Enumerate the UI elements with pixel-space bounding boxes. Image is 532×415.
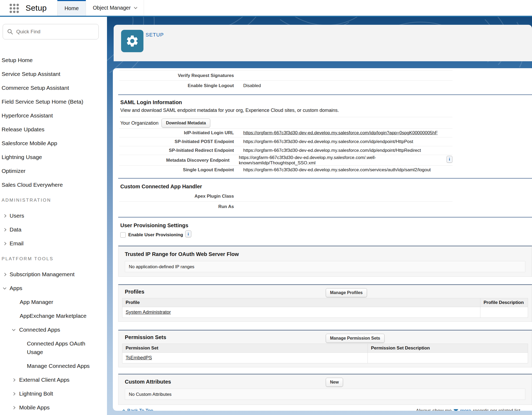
sidebar-item-subscription-management[interactable]: Subscription Management bbox=[0, 267, 107, 281]
field-label: Verify Request Signatures bbox=[119, 73, 234, 78]
manage-permission-sets-button[interactable]: Manage Permission Sets bbox=[326, 334, 385, 343]
apex-plugin-class-row: Apex Plugin Class bbox=[119, 191, 452, 201]
single-logout-endpoint-row: Single Logout Endpoint https://orgfarm-6… bbox=[119, 165, 452, 174]
enable-user-provisioning-checkbox[interactable] bbox=[120, 232, 126, 238]
custom-attributes-empty-message: No Custom Attributes bbox=[125, 389, 525, 400]
sp-initiated-post-endpoint-row: SP-Initiated POST Endpoint https://orgfa… bbox=[119, 137, 452, 146]
field-label: Run As bbox=[119, 204, 234, 209]
sidebar-item-manage-connected-apps[interactable]: Manage Connected Apps bbox=[0, 359, 107, 373]
search-input[interactable] bbox=[16, 29, 91, 35]
sso-settings-rows: Verify Request Signatures Enable Single … bbox=[113, 70, 532, 91]
sidebar-item-optimizer[interactable]: Optimizer bbox=[0, 164, 107, 178]
tab-object-manager-label: Object Manager bbox=[93, 5, 131, 11]
sidebar-item-email[interactable]: Email bbox=[0, 237, 107, 250]
sidebar-item-release-updates[interactable]: Release Updates bbox=[0, 123, 107, 136]
saml-login-info-description: View and download SAML endpoint metadata… bbox=[120, 108, 532, 113]
custom-attributes-card: Custom Attributes New No Custom Attribut… bbox=[118, 374, 532, 405]
enable-user-provisioning-row: Enable User Provisioning i bbox=[120, 232, 532, 238]
global-header: Setup Home Object Manager bbox=[0, 0, 532, 16]
your-organization-row: Your Organization Download Metadata bbox=[120, 118, 532, 128]
chevron-right-icon bbox=[3, 214, 6, 218]
permission-sets-heading: Permission Sets bbox=[118, 331, 532, 340]
download-metadata-button[interactable]: Download Metadata bbox=[162, 119, 210, 128]
table-row: System Administrator bbox=[122, 307, 528, 318]
field-value: https://orgfarm-667c3f3d30-dev-ed.develo… bbox=[243, 167, 431, 173]
field-value: Disabled bbox=[243, 83, 261, 88]
manage-profiles-button[interactable]: Manage Profiles bbox=[326, 288, 367, 297]
chevron-right-icon bbox=[12, 392, 15, 396]
dropdown-triangle-icon[interactable] bbox=[453, 409, 458, 411]
sidebar-item-lightning-usage[interactable]: Lightning Usage bbox=[0, 150, 107, 164]
sidebar-item-commerce-setup-assistant[interactable]: Commerce Setup Assistant bbox=[0, 81, 107, 95]
back-to-top[interactable]: Back To Top bbox=[122, 408, 153, 411]
sidebar-item-lightning-bolt[interactable]: Lightning Bolt bbox=[0, 387, 107, 401]
sidebar-item-salesforce-mobile-app[interactable]: Salesforce Mobile App bbox=[0, 136, 107, 150]
field-label: IdP-Initiated Login URL bbox=[119, 130, 234, 136]
info-icon[interactable]: i bbox=[185, 230, 191, 237]
sidebar-item-setup-home[interactable]: Setup Home bbox=[0, 53, 107, 67]
profile-description-cell bbox=[480, 307, 528, 318]
field-label: SP-Initiated POST Endpoint bbox=[119, 139, 234, 144]
more-records-link[interactable]: more bbox=[460, 408, 471, 411]
field-label: Metadata Discovery Endpoint bbox=[119, 158, 229, 163]
idp-login-url-link[interactable]: https://orgfarm-667c3f3d30-dev-ed.develo… bbox=[243, 130, 438, 136]
chevron-right-icon bbox=[12, 406, 15, 409]
permission-set-link[interactable]: TsEmbedPS bbox=[126, 355, 152, 360]
verify-request-signatures-row: Verify Request Signatures bbox=[119, 70, 452, 80]
permission-sets-card: Permission Sets Manage Permission Sets P… bbox=[118, 330, 532, 367]
sidebar-item-external-client-apps[interactable]: External Client Apps bbox=[0, 373, 107, 387]
profile-link[interactable]: System Administrator bbox=[126, 310, 171, 315]
sidebar-item-appexchange-marketplace[interactable]: AppExchange Marketplace bbox=[0, 309, 107, 323]
sidebar-item-mobile-apps[interactable]: Mobile Apps bbox=[0, 401, 107, 414]
search-icon bbox=[7, 29, 13, 35]
trusted-ip-empty-message: No application-defined IP ranges bbox=[125, 261, 525, 272]
section-divider bbox=[118, 94, 532, 95]
setup-nav: Setup Home Service Setup Assistant Comme… bbox=[0, 53, 107, 414]
setup-sidebar: Setup Home Service Setup Assistant Comme… bbox=[0, 17, 107, 415]
metadata-discovery-endpoint-row: Metadata Discovery Endpoint https://orgf… bbox=[119, 155, 452, 165]
field-value: https://orgfarm-667c3f3d30-dev-ed.develo… bbox=[243, 139, 413, 144]
setup-gear-icon bbox=[121, 30, 143, 52]
sidebar-item-users[interactable]: Users bbox=[0, 209, 107, 223]
quick-find bbox=[3, 24, 99, 39]
always-show-me-text: Always show me bbox=[416, 408, 452, 411]
sidebar-item-apps[interactable]: Apps bbox=[0, 281, 107, 295]
app-launcher-icon[interactable] bbox=[10, 4, 19, 13]
sp-initiated-redirect-endpoint-row: SP-Initiated Redirect Endpoint https://o… bbox=[119, 146, 452, 155]
chevron-up-icon bbox=[122, 409, 126, 411]
sidebar-item-hyperforce-assistant[interactable]: Hyperforce Assistant bbox=[0, 109, 107, 123]
profiles-heading: Profiles bbox=[118, 285, 532, 295]
table-header-row: Profile Profile Description bbox=[122, 298, 528, 307]
table-row: TsEmbedPS bbox=[122, 353, 528, 363]
setup-header-card: SETUP bbox=[114, 25, 532, 61]
row-divider bbox=[119, 117, 452, 117]
permission-set-description-column-header: Permission Set Description bbox=[368, 344, 528, 353]
sidebar-item-app-manager[interactable]: App Manager bbox=[0, 295, 107, 309]
sidebar-item-service-setup-assistant[interactable]: Service Setup Assistant bbox=[0, 67, 107, 81]
saml-endpoint-rows: IdP-Initiated Login URL https://orgfarm-… bbox=[113, 128, 532, 174]
tab-home[interactable]: Home bbox=[57, 0, 86, 16]
profiles-table: Profile Profile Description System Admin… bbox=[122, 298, 528, 318]
chevron-right-icon bbox=[3, 273, 6, 276]
field-label: Enable Single Logout bbox=[119, 83, 234, 88]
permission-set-description-cell bbox=[368, 353, 528, 363]
setup-detail-panel: Verify Request Signatures Enable Single … bbox=[113, 68, 532, 411]
section-divider bbox=[118, 217, 532, 218]
tab-home-label: Home bbox=[64, 5, 79, 11]
panel-footer: Back To Top Always show me more records … bbox=[122, 408, 520, 411]
new-custom-attribute-button[interactable]: New bbox=[326, 378, 343, 387]
sidebar-section-administration: ADMINISTRATION bbox=[0, 192, 107, 207]
back-to-top-link[interactable]: Back To Top bbox=[127, 408, 153, 411]
sidebar-item-connected-apps-oauth-usage[interactable]: Connected Apps OAuth Usage bbox=[0, 337, 90, 359]
custom-handler-rows: Apex Plugin Class Run As bbox=[113, 191, 532, 211]
profile-column-header: Profile bbox=[122, 298, 480, 307]
sidebar-item-sales-cloud-everywhere[interactable]: Sales Cloud Everywhere bbox=[0, 178, 107, 192]
chevron-right-icon bbox=[3, 228, 6, 231]
sidebar-item-field-service-setup-home[interactable]: Field Service Setup Home (Beta) bbox=[0, 95, 107, 109]
header-divider bbox=[0, 16, 532, 17]
sidebar-item-connected-apps[interactable]: Connected Apps bbox=[0, 323, 107, 337]
field-label: Apex Plugin Class bbox=[119, 194, 234, 199]
sidebar-item-data[interactable]: Data bbox=[0, 223, 107, 237]
tab-object-manager[interactable]: Object Manager bbox=[86, 0, 144, 16]
info-icon[interactable]: i bbox=[447, 156, 452, 163]
